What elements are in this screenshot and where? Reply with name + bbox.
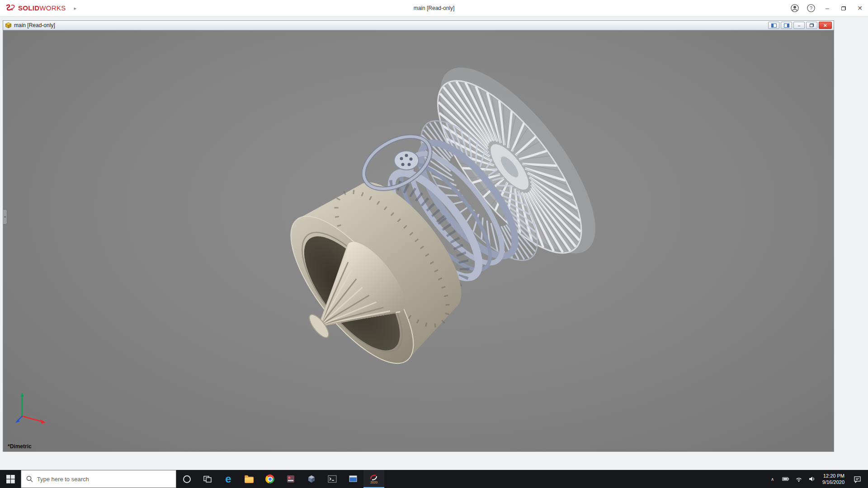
clock-date: 9/16/2020 — [822, 479, 844, 485]
brand-text-works: WORKS — [39, 4, 66, 12]
media-app-button[interactable] — [280, 470, 301, 488]
document-window: main [Read-only] – ✕ — [3, 20, 834, 452]
taskbar-clock[interactable]: 12:20 PM 9/16/2020 — [818, 473, 849, 486]
document-titlebar[interactable]: main [Read-only] – ✕ — [3, 21, 834, 30]
solidworks-logo: SOLIDWORKS — [0, 4, 66, 13]
svg-text:?: ? — [810, 5, 812, 11]
search-input[interactable] — [37, 476, 171, 483]
terminal-button[interactable] — [322, 470, 343, 488]
cube-app-button[interactable] — [301, 470, 322, 488]
panel-collapse-tab[interactable] — [3, 209, 7, 225]
wifi-icon — [795, 475, 802, 483]
solidworks-app: SOLIDWORKS ▸ main [Read-only] ? – ✕ — [0, 0, 868, 488]
close-button[interactable]: ✕ — [852, 0, 868, 16]
triad-x-axis — [22, 416, 42, 422]
engine-model[interactable] — [3, 30, 834, 451]
document-window-controls: – ✕ — [768, 22, 832, 29]
window-app-icon — [349, 474, 358, 483]
help-button[interactable]: ? — [803, 0, 819, 16]
assembly-cube-icon — [5, 22, 12, 28]
engine-assembly — [240, 45, 622, 412]
media-app-icon — [286, 474, 295, 483]
document-restore-button[interactable] — [806, 22, 817, 29]
notification-center-button[interactable] — [849, 470, 866, 488]
orientation-triad — [14, 391, 56, 429]
app-window-controls: ? – ✕ — [787, 0, 868, 16]
solidworks-badge: 2020 — [370, 481, 377, 484]
window-layout-button-1[interactable] — [768, 22, 779, 29]
pane-right-icon — [784, 23, 789, 28]
view-orientation-label: *Dimetric — [8, 443, 32, 450]
cortana-button[interactable] — [176, 470, 197, 488]
search-icon — [26, 475, 33, 483]
task-view-icon — [203, 474, 212, 483]
triad-z-axis — [18, 416, 22, 420]
edge-button[interactable]: e — [218, 470, 239, 488]
document-title: main [Read-only] — [14, 22, 55, 28]
account-button[interactable] — [787, 0, 803, 16]
window-layout-button-2[interactable] — [781, 22, 792, 29]
help-icon: ? — [807, 4, 816, 13]
battery-icon — [782, 475, 789, 483]
menu-expand-arrow[interactable]: ▸ — [74, 5, 77, 11]
network-button[interactable] — [792, 470, 805, 488]
taskbar: e — [0, 470, 868, 488]
brand-text-solid: SOLID — [18, 4, 39, 12]
system-tray: ∧ — [766, 470, 868, 488]
cube-app-icon — [307, 474, 316, 483]
account-icon — [790, 4, 799, 13]
volume-button[interactable] — [805, 470, 818, 488]
bolt-flange — [394, 151, 419, 170]
chrome-button[interactable] — [259, 470, 280, 488]
chrome-icon — [265, 474, 274, 483]
speaker-icon — [808, 475, 816, 483]
clock-time: 12:20 PM — [822, 473, 844, 479]
app-titlebar: SOLIDWORKS ▸ main [Read-only] ? – ✕ — [0, 0, 868, 17]
minimize-button[interactable]: – — [819, 0, 835, 16]
solidworks-taskbar-button[interactable]: 2020 — [363, 470, 384, 488]
cortana-icon — [183, 475, 191, 483]
restore-button[interactable] — [835, 0, 852, 16]
file-explorer-icon — [245, 477, 254, 483]
solidworks-app-icon — [370, 474, 378, 480]
mdi-area: main [Read-only] – ✕ — [0, 17, 868, 470]
notification-icon — [854, 475, 861, 483]
file-explorer-button[interactable] — [239, 470, 259, 488]
terminal-icon — [328, 474, 337, 483]
window-app-button[interactable] — [343, 470, 363, 488]
solidworks-logo-icon — [5, 4, 16, 13]
start-button[interactable] — [0, 470, 21, 488]
app-title: main [Read-only] — [0, 5, 868, 11]
taskbar-search[interactable] — [21, 470, 176, 488]
task-view-button[interactable] — [197, 470, 218, 488]
graphics-viewport[interactable]: *Dimetric — [3, 30, 834, 451]
document-minimize-button[interactable]: – — [793, 22, 805, 29]
battery-button[interactable] — [779, 470, 792, 488]
document-close-button[interactable]: ✕ — [819, 22, 832, 29]
pane-left-icon — [771, 23, 777, 28]
hidden-icons-button[interactable]: ∧ — [766, 470, 779, 488]
document-restore-icon — [810, 23, 814, 27]
windows-logo-icon — [6, 475, 15, 483]
restore-icon — [841, 6, 846, 10]
edge-icon: e — [225, 474, 231, 484]
